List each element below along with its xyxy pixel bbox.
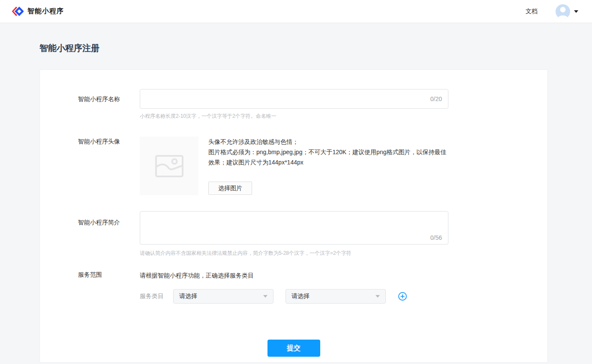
top-nav-bar: 智能小程序 文档 bbox=[0, 0, 592, 23]
avatar-field-row: 智能小程序头像 头像不允许涉及政治敏感与色情； 图片格式必须为：png,bmp,… bbox=[40, 137, 547, 195]
user-menu[interactable] bbox=[556, 4, 578, 19]
intro-field-label: 智能小程序简介 bbox=[78, 211, 140, 257]
name-help-text: 小程序名称长度2-10汉字，一个汉字等于2个字符。命名唯一 bbox=[140, 113, 448, 120]
avatar-field-label: 智能小程序头像 bbox=[78, 137, 140, 195]
brand-name: 智能小程序 bbox=[27, 7, 64, 16]
service-instruction: 请根据智能小程序功能，正确选择服务类目 bbox=[140, 271, 466, 280]
user-avatar-icon[interactable] bbox=[556, 4, 570, 19]
name-char-counter: 0/20 bbox=[430, 95, 442, 102]
registration-form-card: 智能小程序名称 0/20 小程序名称长度2-10汉字，一个汉字等于2个字符。命名… bbox=[39, 69, 548, 363]
brand-logo-group[interactable]: 智能小程序 bbox=[12, 6, 64, 17]
select-1-caret-icon bbox=[263, 295, 267, 298]
page-title: 智能小程序注册 bbox=[39, 42, 592, 54]
select-2-value: 请选择 bbox=[291, 292, 310, 300]
submit-button[interactable]: 提交 bbox=[267, 340, 320, 357]
select-2-caret-icon bbox=[376, 295, 380, 298]
chevron-down-icon[interactable] bbox=[574, 10, 578, 13]
name-field-label: 智能小程序名称 bbox=[78, 89, 140, 120]
service-category-label: 服务类目 bbox=[140, 292, 173, 300]
smart-program-logo-icon bbox=[12, 6, 24, 17]
choose-image-button[interactable]: 选择图片 bbox=[208, 182, 252, 195]
service-category-select-1[interactable]: 请选择 bbox=[173, 289, 273, 304]
intro-char-counter: 0/56 bbox=[430, 234, 442, 241]
intro-textarea[interactable] bbox=[140, 211, 448, 245]
intro-help-text: 请确认简介内容不含国家相关法律法规禁止内容，简介字数为5-28个汉字，一个汉字=… bbox=[140, 250, 448, 257]
header-right-group: 文档 bbox=[526, 4, 578, 19]
name-input[interactable] bbox=[140, 89, 448, 109]
service-scope-label: 服务范围 bbox=[78, 271, 140, 304]
doc-link[interactable]: 文档 bbox=[526, 8, 538, 15]
select-1-value: 请选择 bbox=[179, 292, 197, 300]
avatar-rule-line-1: 头像不允许涉及政治敏感与色情； bbox=[208, 137, 447, 147]
intro-field-row: 智能小程序简介 0/56 请确认简介内容不含国家相关法律法规禁止内容，简介字数为… bbox=[40, 211, 547, 257]
add-category-button[interactable] bbox=[398, 292, 407, 301]
avatar-upload-preview[interactable] bbox=[140, 137, 198, 195]
name-field-row: 智能小程序名称 0/20 小程序名称长度2-10汉字，一个汉字等于2个字符。命名… bbox=[40, 89, 547, 120]
avatar-rule-line-2: 图片格式必须为：png,bmp,jpeg,jpg；不可大于120K；建议使用pn… bbox=[208, 147, 447, 167]
image-placeholder-icon bbox=[154, 154, 184, 178]
circle-plus-icon bbox=[398, 292, 407, 301]
service-scope-row: 服务范围 请根据智能小程序功能，正确选择服务类目 服务类目 请选择 请选择 bbox=[40, 271, 547, 304]
service-category-select-2[interactable]: 请选择 bbox=[285, 289, 386, 304]
